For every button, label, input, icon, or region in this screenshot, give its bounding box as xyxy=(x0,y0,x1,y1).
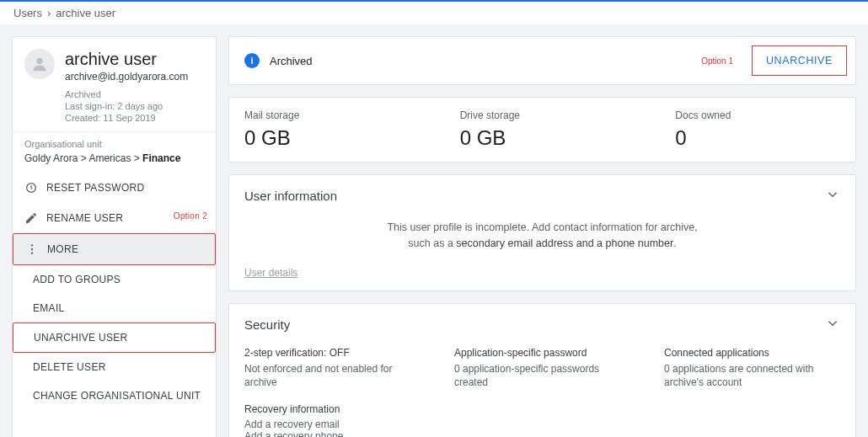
add-to-groups-button[interactable]: ADD TO GROUPS xyxy=(13,265,216,294)
profile-header: archive user archive@id.goldyarora.com A… xyxy=(13,37,216,131)
docs-owned-value: 0 xyxy=(675,126,840,150)
docs-owned-stat: Docs owned 0 xyxy=(675,109,840,150)
info-icon: i xyxy=(244,53,260,68)
svg-point-4 xyxy=(31,252,33,253)
orgunit-block: Organisational unit Goldy Arora > Americ… xyxy=(13,131,216,173)
main-content: i Archived Option 1 UNARCHIVE Mail stora… xyxy=(228,36,856,437)
connected-apps-block: Connected applications 0 applications ar… xyxy=(664,347,840,391)
delete-user-label: DELETE USER xyxy=(33,361,106,373)
pencil-icon xyxy=(24,211,38,225)
drive-storage-label: Drive storage xyxy=(460,109,625,121)
connected-apps-body: 0 applications are connected with archiv… xyxy=(664,362,840,391)
asp-label: Application-specific password xyxy=(454,347,630,359)
avatar xyxy=(24,49,55,79)
user-info-section[interactable]: User information This user profile is in… xyxy=(228,174,856,291)
breadcrumb-current: archive user xyxy=(56,7,115,19)
reset-password-button[interactable]: RESET PASSWORD xyxy=(13,173,216,203)
rename-user-label: RENAME USER xyxy=(46,212,123,224)
profile-name: archive user xyxy=(65,49,188,69)
user-info-body: This user profile is incomplete. Add con… xyxy=(383,220,703,252)
more-button[interactable]: MORE xyxy=(13,233,216,265)
two-step-body: Not enforced and not enabled for archive xyxy=(244,362,421,391)
orgunit-leaf[interactable]: Finance xyxy=(142,152,180,164)
recovery-email-link[interactable]: Add a recovery email xyxy=(244,418,840,430)
breadcrumb-root[interactable]: Users xyxy=(13,7,42,19)
delete-user-button[interactable]: DELETE USER xyxy=(13,353,216,381)
more-vert-icon xyxy=(25,242,39,256)
recovery-phone-link[interactable]: Add a recovery phone xyxy=(244,430,840,437)
option2-tag: Option 2 xyxy=(174,211,207,221)
lock-reset-icon xyxy=(24,181,38,195)
profile-email: archive@id.goldyarora.com xyxy=(65,71,188,83)
recovery-label: Recovery information xyxy=(244,403,840,415)
connected-apps-label: Connected applications xyxy=(664,347,840,359)
profile-status: Archived xyxy=(65,89,188,99)
svg-point-3 xyxy=(31,248,33,250)
mail-storage-value: 0 GB xyxy=(244,126,410,150)
recovery-block: Recovery information Add a recovery emai… xyxy=(244,403,840,437)
mail-storage-stat: Mail storage 0 GB xyxy=(244,109,410,150)
svg-point-0 xyxy=(36,58,42,64)
orgunit-root[interactable]: Goldy Arora xyxy=(24,152,78,164)
storage-stats: Mail storage 0 GB Drive storage 0 GB Doc… xyxy=(228,97,856,163)
unarchive-user-label: UNARCHIVE USER xyxy=(34,332,128,344)
archived-status-text: Archived xyxy=(270,55,313,67)
chevron-down-icon[interactable] xyxy=(825,187,840,205)
email-button[interactable]: EMAIL xyxy=(13,294,216,322)
option1-tag: Option 1 xyxy=(701,56,733,66)
two-step-block: 2-step verification: OFF Not enforced an… xyxy=(244,347,421,391)
orgunit-path[interactable]: Goldy Arora > Americas > Finance xyxy=(24,152,204,164)
security-title: Security xyxy=(244,317,290,332)
more-label: MORE xyxy=(47,243,78,255)
reset-password-label: RESET PASSWORD xyxy=(46,182,144,194)
orgunit-label: Organisational unit xyxy=(24,139,204,149)
drive-storage-stat: Drive storage 0 GB xyxy=(460,109,625,150)
two-step-label: 2-step verification: OFF xyxy=(244,347,421,359)
profile-last-signin: Last sign-in: 2 days ago xyxy=(65,101,188,111)
sidebar: archive user archive@id.goldyarora.com A… xyxy=(12,36,217,437)
drive-storage-value: 0 GB xyxy=(460,126,625,150)
unarchive-button[interactable]: UNARCHIVE xyxy=(752,45,847,76)
profile-created: Created: 11 Sep 2019 xyxy=(65,113,188,123)
mail-storage-label: Mail storage xyxy=(244,109,410,121)
user-info-body-suffix: . xyxy=(673,237,676,249)
rename-user-button[interactable]: RENAME USER Option 2 xyxy=(13,203,216,233)
change-ou-label: CHANGE ORGANISATIONAL UNIT xyxy=(33,390,201,402)
chevron-right-icon: › xyxy=(47,7,51,19)
asp-body: 0 application-specific passwords created xyxy=(454,362,630,391)
person-icon xyxy=(30,55,49,73)
asp-block: Application-specific password 0 applicat… xyxy=(454,347,630,391)
security-section[interactable]: Security 2-step verification: OFF Not en… xyxy=(228,303,856,438)
user-info-body-bold: secondary email address and a phone numb… xyxy=(456,237,673,249)
chevron-down-icon[interactable] xyxy=(825,316,840,333)
archived-banner: i Archived Option 1 UNARCHIVE xyxy=(228,36,856,85)
email-label: EMAIL xyxy=(33,302,65,314)
add-to-groups-label: ADD TO GROUPS xyxy=(33,274,121,285)
user-details-link[interactable]: User details xyxy=(244,267,297,279)
user-info-title: User information xyxy=(244,189,337,203)
docs-owned-label: Docs owned xyxy=(675,109,840,121)
unarchive-user-button[interactable]: UNARCHIVE USER xyxy=(13,322,216,353)
breadcrumb: Users › archive user xyxy=(0,0,868,24)
svg-point-2 xyxy=(31,244,33,246)
change-ou-button[interactable]: CHANGE ORGANISATIONAL UNIT xyxy=(13,381,216,410)
orgunit-mid[interactable]: Americas xyxy=(88,152,131,164)
